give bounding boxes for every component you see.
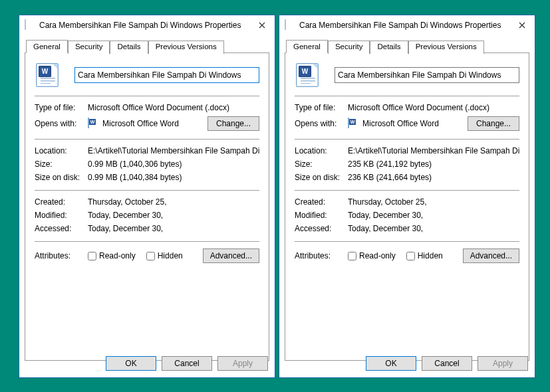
cancel-button[interactable]: Cancel xyxy=(162,356,212,371)
tab-panel-general: W Type of file: Microsoft Office Word Do… xyxy=(285,52,529,361)
modified-label: Modified: xyxy=(295,211,348,220)
size-on-disk-value: 0.99 MB (1,040,384 bytes) xyxy=(88,173,259,182)
separator xyxy=(295,96,519,96)
tab-general[interactable]: General xyxy=(286,40,328,53)
window-title: Cara Membersihkan File Sampah Di Windows… xyxy=(39,21,253,30)
accessed-value: Today, December 30, xyxy=(88,224,259,233)
tab-strip: General Security Details Previous Versio… xyxy=(279,39,535,52)
hidden-label: Hidden xyxy=(418,251,443,260)
tab-previous-versions[interactable]: Previous Versions xyxy=(148,41,224,54)
accessed-value: Today, December 30, xyxy=(348,224,519,233)
tab-details[interactable]: Details xyxy=(370,41,408,54)
word-icon: W xyxy=(348,118,358,129)
separator xyxy=(295,241,519,242)
separator xyxy=(35,139,259,140)
advanced-button[interactable]: Advanced... xyxy=(203,248,259,263)
readonly-label: Read-only xyxy=(359,251,396,260)
size-on-disk-label: Size on disk: xyxy=(35,173,88,182)
apply-button[interactable]: Apply xyxy=(217,356,268,371)
opens-with-value: Microsoft Office Word xyxy=(102,119,179,128)
tab-security[interactable]: Security xyxy=(68,41,110,54)
type-of-file-value: Microsoft Office Word Document (.docx) xyxy=(88,103,259,112)
separator xyxy=(295,190,519,191)
type-of-file-label: Type of file: xyxy=(35,103,88,112)
ok-button[interactable]: OK xyxy=(106,356,156,371)
properties-dialog-left: Cara Membersihkan File Sampah Di Windows… xyxy=(19,15,275,378)
size-label: Size: xyxy=(295,159,348,169)
apply-button[interactable]: Apply xyxy=(478,356,528,371)
file-icon xyxy=(285,20,295,31)
titlebar[interactable]: Cara Membersihkan File Sampah Di Windows… xyxy=(279,15,535,35)
hidden-label: Hidden xyxy=(158,251,183,260)
word-icon: W xyxy=(88,118,98,129)
ok-button[interactable]: OK xyxy=(366,356,416,371)
cancel-button[interactable]: Cancel xyxy=(422,356,472,371)
attributes-label: Attributes: xyxy=(295,251,348,260)
accessed-label: Accessed: xyxy=(35,224,88,233)
created-label: Created: xyxy=(35,197,88,207)
location-label: Location: xyxy=(35,146,88,155)
properties-dialog-right: Cara Membersihkan File Sampah Di Windows… xyxy=(279,15,535,378)
close-button[interactable] xyxy=(253,19,271,32)
location-label: Location: xyxy=(295,146,348,155)
separator xyxy=(35,190,259,191)
opens-with-label: Opens with: xyxy=(35,119,88,128)
separator xyxy=(35,241,259,242)
close-button[interactable] xyxy=(513,19,531,32)
opens-with-value: Microsoft Office Word xyxy=(362,119,439,128)
readonly-checkbox[interactable]: Read-only xyxy=(88,251,136,260)
tab-panel-general: W Type of file: Microsoft Office Word Do… xyxy=(25,52,269,361)
filename-input[interactable] xyxy=(74,67,259,83)
location-value: E:\Artikel\Tutorial Membersihkan File Sa… xyxy=(88,146,259,155)
file-type-icon: W xyxy=(35,62,60,88)
size-value: 0.99 MB (1,040,306 bytes) xyxy=(88,159,259,169)
change-button[interactable]: Change... xyxy=(468,116,519,131)
modified-value: Today, December 30, xyxy=(88,211,259,220)
attributes-label: Attributes: xyxy=(35,251,88,260)
close-icon xyxy=(519,22,525,29)
separator xyxy=(35,96,259,96)
hidden-checkbox[interactable]: Hidden xyxy=(146,251,183,260)
created-label: Created: xyxy=(295,197,348,207)
readonly-label: Read-only xyxy=(99,251,136,260)
change-button[interactable]: Change... xyxy=(207,116,259,131)
size-value: 235 KB (241,192 bytes) xyxy=(348,159,519,169)
close-icon xyxy=(259,22,265,29)
hidden-checkbox[interactable]: Hidden xyxy=(406,251,443,260)
type-of-file-value: Microsoft Office Word Document (.docx) xyxy=(348,103,519,112)
dialog-buttons: OK Cancel Apply xyxy=(366,356,528,371)
modified-value: Today, December 30, xyxy=(348,211,519,220)
file-icon xyxy=(25,20,35,31)
location-value: E:\Artikel\Tutorial Membersihkan File Sa… xyxy=(348,146,519,155)
dialog-buttons: OK Cancel Apply xyxy=(106,356,268,371)
size-on-disk-value: 236 KB (241,664 bytes) xyxy=(348,173,519,182)
readonly-checkbox[interactable]: Read-only xyxy=(348,251,396,260)
filename-input[interactable] xyxy=(335,67,519,83)
accessed-label: Accessed: xyxy=(295,224,348,233)
separator xyxy=(295,139,519,140)
tab-general[interactable]: General xyxy=(26,40,68,53)
opens-with-label: Opens with: xyxy=(295,119,348,128)
tab-strip: General Security Details Previous Versio… xyxy=(19,39,275,52)
advanced-button[interactable]: Advanced... xyxy=(463,248,519,263)
titlebar[interactable]: Cara Membersihkan File Sampah Di Windows… xyxy=(19,15,275,35)
window-title: Cara Membersihkan File Sampah Di Windows… xyxy=(299,21,513,30)
size-on-disk-label: Size on disk: xyxy=(295,173,348,182)
created-value: Thursday, October 25, xyxy=(348,197,519,207)
type-of-file-label: Type of file: xyxy=(295,103,348,112)
tab-security[interactable]: Security xyxy=(328,41,370,54)
size-label: Size: xyxy=(35,159,88,169)
file-type-icon: W xyxy=(295,62,320,88)
tab-details[interactable]: Details xyxy=(110,41,148,54)
tab-previous-versions[interactable]: Previous Versions xyxy=(408,41,484,54)
created-value: Thursday, October 25, xyxy=(88,197,259,207)
modified-label: Modified: xyxy=(35,211,88,220)
